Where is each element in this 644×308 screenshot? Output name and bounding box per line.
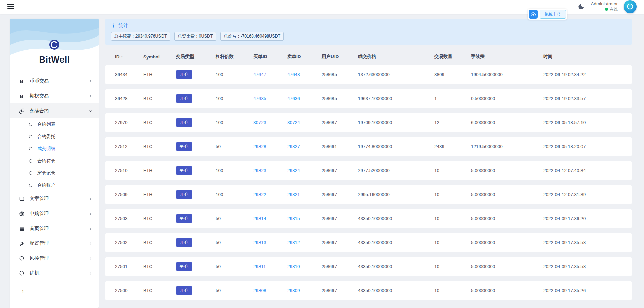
cell-quantity: 10: [431, 281, 468, 300]
column-header-卖单ID: 卖单ID: [284, 54, 318, 60]
cell-sell-order: 29815: [284, 209, 318, 228]
sidebar-subitem-穿仓记录[interactable]: 穿仓记录: [10, 167, 99, 179]
sell-order-link[interactable]: 47648: [287, 72, 300, 77]
sidebar-subitem-合约列表[interactable]: 合约列表: [10, 118, 99, 131]
cell-id: 27970: [105, 113, 140, 132]
cell-user-uid: 258661: [318, 137, 354, 156]
sidebar-subitem-合约持仓[interactable]: 合约持仓: [10, 155, 99, 167]
cell-symbol: BTC: [140, 257, 173, 276]
sidebar-item-矿机[interactable]: 矿机: [10, 266, 99, 281]
sidebar-item-首页管理[interactable]: 首页管理: [10, 221, 99, 236]
sidebar-subitem-成交明细[interactable]: 成交明细: [10, 143, 99, 155]
upload-widget: 拖拽上传: [528, 9, 567, 20]
cell-leverage: 50: [212, 257, 250, 276]
column-header-买单ID: 买单ID: [250, 54, 284, 60]
cell-trade-type: 开仓: [173, 233, 212, 252]
cell-time: 2022-04-09 17:36:20: [540, 209, 632, 228]
column-header-ID[interactable]: ID↑: [105, 54, 140, 60]
column-header-用户UID: 用户UID: [318, 54, 354, 60]
sidebar-item-申购管理[interactable]: 申购管理: [10, 206, 99, 221]
sort-asc-icon[interactable]: ↑: [121, 55, 123, 60]
table-row: 27501 BTC 平仓 50 29811 29810 258667 43350…: [105, 257, 632, 276]
buy-order-link[interactable]: 29823: [253, 168, 266, 173]
bitwell-logo-icon: [48, 38, 61, 51]
sidebar-subitem-合约账户[interactable]: 合约账户: [10, 179, 99, 191]
trade-type-badge: 平仓: [176, 142, 192, 151]
sell-order-link[interactable]: 29809: [287, 288, 300, 293]
logout-power-button[interactable]: [624, 0, 637, 13]
sell-order-link[interactable]: 29821: [287, 192, 300, 197]
cell-symbol: ETH: [140, 161, 173, 180]
chevron-icon: [88, 94, 93, 98]
sell-order-link[interactable]: 29824: [287, 168, 300, 173]
list-icon: [18, 226, 25, 232]
main-content: 统计 总手续费：29340.976USDT 总资金费：0USDT 总盈亏：-70…: [105, 19, 632, 305]
drag-upload-button[interactable]: 拖拽上传: [540, 10, 566, 19]
buy-order-link[interactable]: 29822: [253, 192, 266, 197]
cell-quantity: 12: [431, 113, 468, 132]
sell-order-link[interactable]: 29810: [287, 264, 300, 269]
chevron-icon: [88, 197, 93, 201]
trade-type-badge: 开仓: [176, 190, 192, 199]
sidebar-item-币币交易[interactable]: B 币币交易: [10, 74, 99, 89]
circle-bullet-icon: [29, 135, 32, 138]
stat-badge-总资金费: 总资金费：0USDT: [174, 32, 216, 41]
sell-order-link[interactable]: 29827: [287, 144, 300, 149]
cell-time: 2022-04-09 17:35:26: [540, 281, 632, 300]
cell-time: 2022-09-19 02:34:22: [540, 65, 632, 84]
cell-buy-order: 29814: [250, 209, 284, 228]
buy-order-link[interactable]: 30723: [253, 120, 266, 125]
cell-id: 27503: [105, 209, 140, 228]
cell-price: 1372.63000000: [354, 65, 431, 84]
cell-symbol: BTC: [140, 233, 173, 252]
table-body: 36434 ETH 开仓 100 47647 47648 258685 1372…: [105, 65, 632, 300]
cell-buy-order: 29811: [250, 257, 284, 276]
cell-time: 2022-04-12 07:31:39: [540, 185, 632, 204]
cell-symbol: BTC: [140, 209, 173, 228]
trade-type-badge: 平仓: [176, 166, 192, 175]
buy-order-link[interactable]: 29828: [253, 144, 266, 149]
cell-quantity: 1: [431, 89, 468, 108]
sell-order-link[interactable]: 29815: [287, 216, 300, 221]
circle-bullet-icon: [29, 171, 32, 175]
cell-leverage: 100: [212, 185, 250, 204]
buy-order-link[interactable]: 47635: [253, 96, 266, 101]
buy-order-link[interactable]: 29808: [253, 288, 266, 293]
column-header-交易数量: 交易数量: [431, 54, 468, 60]
cell-sell-order: 29824: [284, 161, 318, 180]
chevron-icon: [88, 109, 93, 113]
trade-type-badge: 平仓: [176, 262, 192, 271]
buy-order-link[interactable]: 29811: [253, 264, 266, 269]
sidebar-item-风控管理[interactable]: 风控管理: [10, 251, 99, 266]
sidebar-item-期权交易[interactable]: Ƀ 期权交易: [10, 89, 99, 103]
circle-icon: [18, 256, 25, 261]
table-row: 27509 ETH 开仓 100 29822 29821 258667 2995…: [105, 185, 632, 204]
cell-id: 27510: [105, 161, 140, 180]
sidebar-subitem-合约委托[interactable]: 合约委托: [10, 131, 99, 143]
wrench-icon: [18, 241, 25, 246]
cell-leverage: 100: [212, 113, 250, 132]
column-header-交易类型: 交易类型: [173, 54, 212, 60]
chevron-icon: [88, 227, 93, 231]
buy-order-link[interactable]: 29814: [253, 216, 266, 221]
table-row: 27500 BTC 开仓 50 29808 29809 258667 43350…: [105, 281, 632, 300]
sidebar-item-配置管理[interactable]: 配置管理: [10, 236, 99, 251]
cell-sell-order: 47648: [284, 65, 318, 84]
cell-fee: 5.00000000: [468, 233, 540, 252]
dark-mode-icon[interactable]: [578, 3, 585, 10]
sidebar-item-永续合约[interactable]: 永续合约: [10, 103, 99, 118]
upload-cloud-icon[interactable]: [529, 10, 538, 19]
cell-user-uid: 258687: [318, 113, 354, 132]
menu-toggle-icon[interactable]: [7, 4, 14, 9]
trade-type-badge: 平仓: [176, 214, 192, 223]
cell-fee: 0.50000000: [468, 89, 540, 108]
sell-order-link[interactable]: 29812: [287, 240, 300, 245]
sell-order-link[interactable]: 47636: [287, 96, 300, 101]
cell-user-uid: 258667: [318, 281, 354, 300]
sidebar-item-文章管理[interactable]: 文章管理: [10, 191, 99, 206]
buy-order-link[interactable]: 29813: [253, 240, 266, 245]
buy-order-link[interactable]: 47647: [253, 72, 266, 77]
cell-trade-type: 平仓: [173, 161, 212, 180]
sell-order-link[interactable]: 30724: [287, 120, 300, 125]
cell-buy-order: 47647: [250, 65, 284, 84]
